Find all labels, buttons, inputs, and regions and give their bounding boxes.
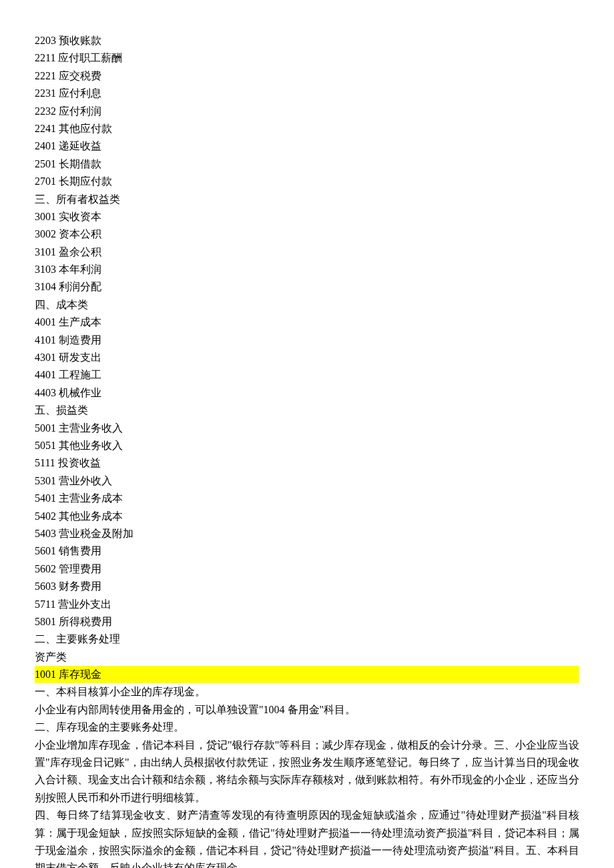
- list-item: 4301 研发支出: [35, 349, 579, 366]
- list-item: 2501 长期借款: [35, 155, 579, 173]
- list-item: 5402 其他业务成本: [35, 508, 579, 525]
- list-item: 5301 营业外收入: [35, 472, 579, 490]
- section-heading: 四、成本类: [35, 296, 579, 314]
- list-item: 2401 递延收益: [35, 137, 579, 155]
- list-item: 5602 管理费用: [35, 560, 579, 578]
- highlighted-heading: 1001 库存现金: [35, 666, 579, 683]
- body-paragraph: 小企业增加库存现金，借记本科目，贷记"银行存款"等科目；减少库存现金，做相反的会…: [35, 737, 579, 807]
- list-item: 5401 主营业务成本: [35, 490, 579, 507]
- list-item: 4101 制造费用: [35, 332, 579, 349]
- list-item: 2231 应付利息: [35, 85, 579, 102]
- list-item: 5601 销售费用: [35, 542, 579, 560]
- list-item: 4403 机械作业: [35, 384, 579, 402]
- list-item: 3001 实收资本: [35, 208, 579, 226]
- list-item: 2203 预收账款: [35, 32, 579, 49]
- list-item: 2211 应付职工薪酬: [35, 49, 579, 67]
- list-item: 4401 工程施工: [35, 366, 579, 384]
- list-item: 5051 其他业务收入: [35, 437, 579, 454]
- list-item: 3103 本年利润: [35, 261, 579, 278]
- section-heading: 三、所有者权益类: [35, 191, 579, 208]
- list-item: 5403 营业税金及附加: [35, 525, 579, 542]
- section-heading: 五、损益类: [35, 402, 579, 419]
- list-item: 2241 其他应付款: [35, 120, 579, 137]
- list-item: 3104 利润分配: [35, 278, 579, 296]
- section-heading: 资产类: [35, 648, 579, 666]
- body-text: 二、库存现金的主要账务处理。: [35, 719, 579, 736]
- list-item: 5801 所得税费用: [35, 613, 579, 630]
- list-item: 3101 盈余公积: [35, 244, 579, 261]
- section-heading: 二、主要账务处理: [35, 630, 579, 648]
- list-item: 5001 主营业务收入: [35, 420, 579, 437]
- body-paragraph: 四、每日终了结算现金收支、财产清查等发现的有待查明原因的现金短缺或溢余，应通过"…: [35, 807, 579, 868]
- body-text: 一、本科目核算小企业的库存现金。: [35, 683, 579, 701]
- list-item: 3002 资本公积: [35, 226, 579, 243]
- list-item: 5603 财务费用: [35, 578, 579, 595]
- list-item: 2701 长期应付款: [35, 173, 579, 190]
- list-item: 2221 应交税费: [35, 67, 579, 85]
- list-item: 5711 营业外支出: [35, 596, 579, 613]
- body-text: 小企业有内部周转使用备用金的，可以单独设置"1004 备用金"科目。: [35, 701, 579, 719]
- list-item: 4001 生产成本: [35, 314, 579, 331]
- list-item: 2232 应付利润: [35, 103, 579, 120]
- list-item: 5111 投资收益: [35, 454, 579, 472]
